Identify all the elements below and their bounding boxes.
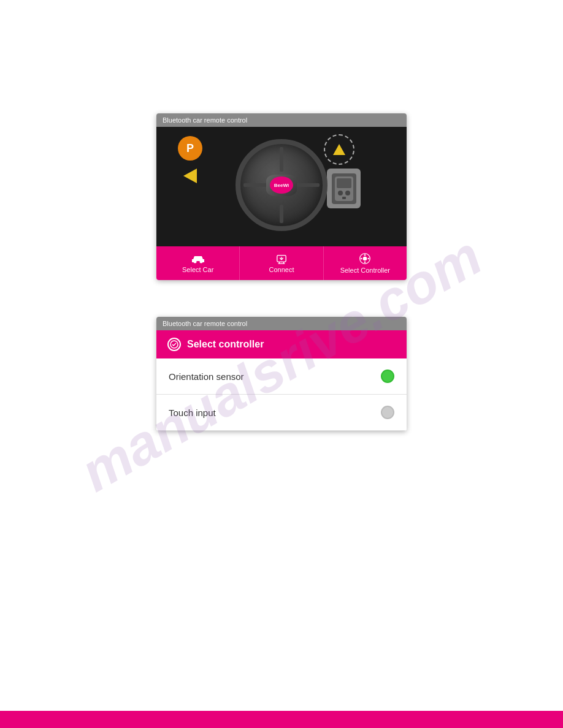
app-frame-2: Bluetooth car remote control Select cont…: [156, 317, 407, 431]
steering-wheel: BeeWi: [236, 139, 327, 231]
bottom-bar: [0, 711, 563, 728]
arrow-left-control[interactable]: [175, 161, 205, 191]
tab-bar: Select Car Connect: [156, 246, 407, 280]
svg-point-14: [361, 258, 362, 260]
arrow-up-dashed: [324, 134, 354, 165]
title-bar-2: Bluetooth car remote control: [156, 317, 407, 330]
svg-point-15: [368, 258, 370, 260]
wheel-center: BeeWi: [266, 175, 297, 196]
app-body-1: P: [156, 127, 407, 246]
svg-rect-4: [342, 197, 346, 199]
tab-select-controller[interactable]: Select Controller: [324, 246, 407, 280]
page-content: Bluetooth car remote control P: [0, 0, 563, 728]
p-button[interactable]: P: [178, 136, 202, 161]
touch-input-label: Touch input: [169, 408, 216, 418]
tab-select-car[interactable]: Select Car: [156, 246, 240, 280]
svg-rect-7: [195, 257, 201, 259]
app-body-2: Select controller Orientation sensor Tou…: [156, 330, 407, 431]
select-controller-tab-icon: [359, 252, 371, 265]
option-touch-input[interactable]: Touch input: [156, 395, 407, 431]
svg-point-11: [363, 257, 367, 261]
radio-unselected-icon: [381, 406, 394, 419]
svg-point-6: [199, 260, 202, 264]
option-orientation-sensor[interactable]: Orientation sensor: [156, 358, 407, 395]
tab-connect[interactable]: Connect: [240, 246, 323, 280]
controller-device-icon: [327, 169, 361, 208]
svg-point-13: [364, 262, 366, 264]
svg-point-3: [345, 191, 350, 195]
check-circle-icon: [167, 338, 181, 351]
check-svg: [170, 340, 178, 349]
controller-svg: [332, 173, 356, 204]
radio-selected-icon: [381, 370, 394, 383]
triangle-left-icon: [183, 169, 197, 183]
select-controller-header: Select controller: [156, 330, 407, 358]
spoke-left: [243, 183, 268, 187]
spoke-bottom: [280, 205, 283, 223]
svg-point-5: [193, 260, 196, 264]
svg-point-12: [364, 254, 366, 256]
triangle-up-icon: [333, 144, 345, 155]
car-icon: [191, 253, 205, 264]
beewi-logo: BeeWi: [270, 176, 293, 194]
svg-point-2: [338, 191, 343, 195]
spoke-top: [280, 147, 283, 172]
spoke-right: [295, 183, 320, 187]
controller-inner: [332, 173, 356, 204]
wheel-outer: BeeWi: [236, 139, 327, 231]
svg-rect-1: [337, 178, 351, 188]
app-frame-1: Bluetooth car remote control P: [156, 113, 407, 280]
title-bar-1: Bluetooth car remote control: [156, 113, 407, 127]
connect-icon: [275, 253, 288, 264]
orientation-sensor-label: Orientation sensor: [169, 371, 244, 382]
